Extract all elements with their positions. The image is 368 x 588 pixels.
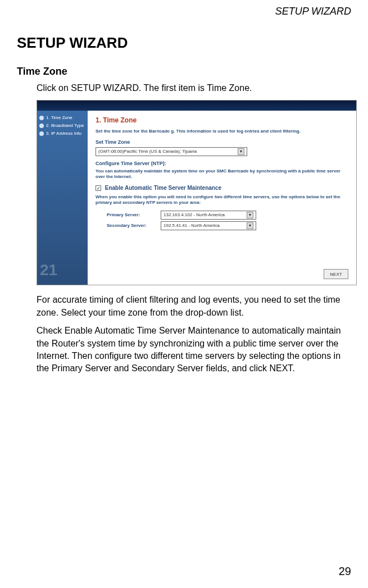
ntp-description: You can automatically maintain the syste…: [96, 168, 348, 180]
screenshot-titlebar: [37, 101, 356, 111]
enable-auto-checkbox[interactable]: ✓: [96, 185, 101, 191]
panel-description: Set the time zone for the Barricade g. T…: [96, 129, 348, 134]
sidebar-item-label: 3. IP Address Info: [46, 131, 81, 136]
checkbox-description: When you enable this option you will nee…: [96, 194, 348, 206]
sidebar-item-label: 2. Broadband Type: [46, 123, 84, 128]
ntp-label: Configure Time Server (NTP):: [96, 161, 348, 166]
screenshot-sidebar: 1. Time Zone 2. Broadband Type 3. IP Add…: [37, 111, 88, 285]
body-paragraph-1: For accurate timing of client filtering …: [37, 294, 348, 319]
sidebar-item-ip-address[interactable]: 3. IP Address Info: [39, 131, 85, 136]
chevron-down-icon: ▼: [238, 148, 244, 155]
checkbox-label: Enable Automatic Time Server Maintenance: [105, 185, 221, 191]
dropdown-value: 132.163.4.102 - North America: [163, 212, 225, 217]
dropdown-value: 192.5.41.41 - North America: [163, 223, 220, 228]
running-header: SETUP WIZARD: [17, 6, 351, 17]
sidebar-item-label: 1. Time Zone: [46, 115, 72, 120]
enable-auto-row: ✓ Enable Automatic Time Server Maintenan…: [96, 185, 348, 191]
sidebar-watermark: 21: [40, 261, 57, 279]
panel-heading: 1. Time Zone: [96, 116, 348, 124]
sidebar-item-broadband[interactable]: 2. Broadband Type: [39, 123, 85, 128]
next-button[interactable]: NEXT: [324, 269, 348, 279]
sidebar-item-time-zone[interactable]: 1. Time Zone: [39, 115, 85, 120]
set-time-zone-label: Set Time Zone: [96, 139, 348, 145]
screenshot-main-panel: 1. Time Zone Set the time zone for the B…: [88, 111, 356, 285]
bullet-icon: [39, 116, 44, 120]
page-title: SETUP WIZARD: [17, 34, 351, 52]
bullet-icon: [39, 124, 44, 128]
primary-server-label: Primary Server:: [107, 212, 157, 217]
dropdown-value: (GMT-08:00)Pacific Time (US & Canada); T…: [98, 149, 197, 154]
section-title-time-zone: Time Zone: [17, 66, 351, 78]
secondary-server-label: Secondary Server:: [107, 223, 157, 228]
intro-paragraph: Click on SETUP WIZARD. The first item is…: [37, 82, 348, 94]
chevron-down-icon: ▼: [247, 212, 253, 218]
secondary-server-dropdown[interactable]: 192.5.41.41 - North America ▼: [161, 221, 256, 230]
embedded-screenshot: 1. Time Zone 2. Broadband Type 3. IP Add…: [37, 100, 357, 285]
chevron-down-icon: ▼: [247, 222, 253, 229]
body-paragraph-2: Check Enable Automatic Time Server Maint…: [37, 325, 348, 375]
page-number: 29: [339, 565, 351, 578]
primary-server-dropdown[interactable]: 132.163.4.102 - North America ▼: [161, 211, 256, 220]
time-zone-dropdown[interactable]: (GMT-08:00)Pacific Time (US & Canada); T…: [96, 147, 247, 156]
bullet-icon: [39, 131, 44, 136]
